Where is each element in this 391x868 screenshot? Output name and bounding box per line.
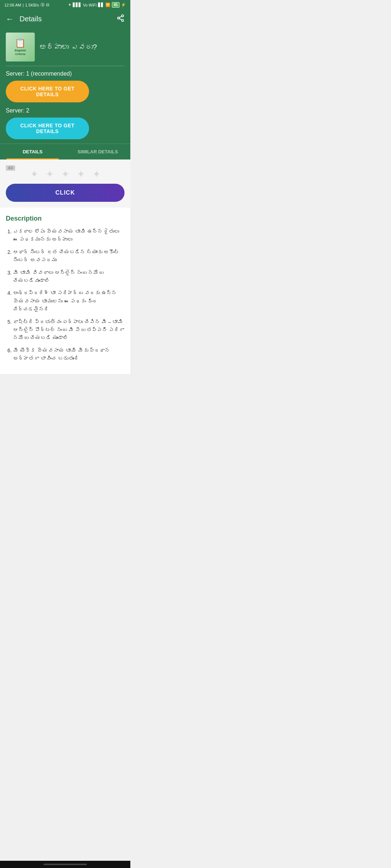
list-item: ఆధార్ నెంబర్ జత చేయబడిన బ్యాంకు అకౌంట్ న…: [13, 248, 125, 264]
ad-section: AD ✦ ✦ ✦ ✦ ✦ CLICK: [0, 159, 130, 208]
description-title: Description: [6, 215, 125, 222]
list-item: ఆంధ్రప్రదేశ్ భూ సరిహద్దు వరకు ఉన్న వ్యవస…: [13, 289, 125, 313]
bluetooth-icon: ✶: [68, 3, 71, 7]
list-item: మీ యొక్క వ్యవసాయ భూమి మీకు ప్రధాన అర్హతగ…: [13, 346, 125, 363]
status-bar: 12:06 AM | 1.5KB/s Ⓑ ⊟ ✶ ▋▋▋ Vo WiFi ▋▋ …: [0, 0, 130, 10]
star-decoration-4: ✦: [77, 168, 85, 180]
vo-wifi-label: Vo WiFi: [83, 3, 97, 7]
back-button[interactable]: ←: [6, 14, 14, 24]
list-item: ఎకరాల లోపు వ్యవసాయ భూమి ఉన్న రైతులు ఈ పధ…: [13, 227, 125, 244]
ad-badge: AD: [6, 165, 15, 171]
svg-point-2: [122, 20, 124, 21]
status-b-icon: Ⓑ: [41, 2, 45, 8]
star-decoration-2: ✦: [46, 168, 54, 180]
app-bar: ← Details: [0, 10, 130, 28]
page-title: Details: [20, 15, 117, 23]
signal-icon: ▋▋▋: [73, 3, 81, 7]
share-button[interactable]: [117, 14, 125, 24]
tabs-bar: DETAILS SIMILAR DETAILS: [0, 144, 130, 159]
article-thumbnail: 📋 Eligibilit Criteria: [6, 33, 35, 61]
status-sim-icon: ⊟: [46, 3, 49, 7]
tab-details[interactable]: DETAILS: [0, 144, 65, 159]
servers-section: Server: 1 (recommended) CLICK HERE TO GE…: [0, 66, 130, 144]
list-item: మీ భూమి వివరాలు ఆన్లైన్ నందు నమోదు చేయబడ…: [13, 269, 125, 285]
svg-point-1: [118, 17, 120, 19]
thumb-clipboard-icon: 📋: [15, 38, 26, 48]
server2-label: Server: 2: [6, 107, 125, 114]
thumb-line1: Eligibilit: [14, 49, 26, 52]
server1-label: Server: 1 (recommended): [6, 71, 125, 77]
header-content: 📋 Eligibilit Criteria అర్హులు ఎవరు?: [0, 28, 130, 66]
article-title: అర్హులు ఎవరు?: [39, 43, 97, 51]
ad-decorations: ✦ ✦ ✦ ✦ ✦: [30, 168, 101, 180]
description-card: Description ఎకరాల లోపు వ్యవసాయ భూమి ఉన్న…: [0, 208, 130, 374]
server1-button[interactable]: CLICK HERE TO GET DETAILS: [6, 81, 89, 102]
tab-similar-details[interactable]: SIMILAR DETAILS: [65, 144, 130, 159]
article-header: 📋 Eligibilit Criteria అర్హులు ఎవరు?: [6, 33, 125, 66]
status-right: ✶ ▋▋▋ Vo WiFi ▋▋ 🛜 85 ⚡: [68, 2, 126, 8]
star-decoration-5: ✦: [92, 168, 101, 180]
description-list: ఎకరాల లోపు వ్యవసాయ భూమి ఉన్న రైతులు ఈ పధ…: [6, 227, 125, 362]
battery-icon: 85: [112, 2, 119, 8]
charging-icon: ⚡: [121, 3, 126, 7]
svg-line-4: [119, 16, 122, 18]
svg-line-3: [119, 18, 122, 20]
server2-button[interactable]: CLICK HERE TO GET DETAILS: [6, 118, 89, 139]
status-speed: |: [22, 3, 24, 7]
status-time: 12:06 AM: [4, 3, 21, 7]
svg-point-0: [122, 15, 124, 17]
wifi-icon: 🛜: [105, 3, 110, 7]
signal2-icon: ▋▋: [98, 3, 104, 7]
list-item: రాష్ట్రి ప్రభుత్వం ఏర్పాటు చేసిన మీ – భూ…: [13, 318, 125, 342]
star-decoration-3: ✦: [61, 168, 70, 180]
star-decoration-1: ✦: [30, 168, 38, 180]
thumb-line2: Criteria: [15, 52, 25, 56]
status-network-speed: 1.5KB/s: [25, 3, 39, 7]
ad-click-button[interactable]: CLICK: [6, 184, 125, 202]
status-left: 12:06 AM | 1.5KB/s Ⓑ ⊟: [4, 2, 49, 8]
